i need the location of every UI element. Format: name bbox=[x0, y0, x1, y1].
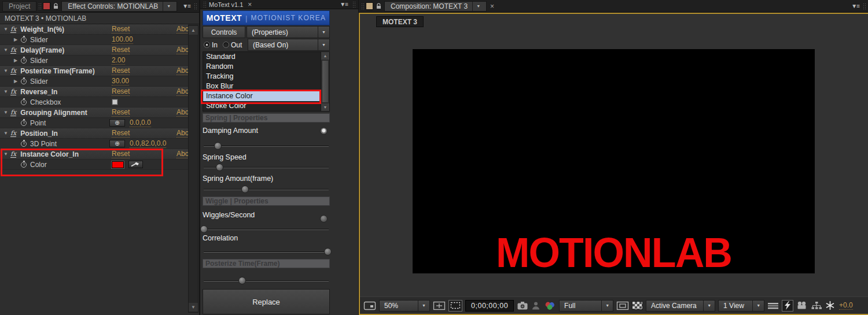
about-link[interactable]: Abo bbox=[176, 129, 189, 138]
comp-canvas[interactable]: MOTIONLAB bbox=[413, 49, 815, 273]
lock-icon[interactable] bbox=[375, 2, 382, 10]
magnification-dropdown[interactable]: 50% ▼ bbox=[379, 300, 430, 312]
wiggles-slider[interactable] bbox=[203, 225, 330, 234]
chevron-down-icon[interactable]: ▼ bbox=[472, 2, 480, 11]
reset-link[interactable]: Reset bbox=[112, 46, 130, 54]
twirl-open-icon[interactable]: ▼ bbox=[3, 68, 10, 73]
slider-thumb[interactable] bbox=[238, 277, 246, 284]
timeline-icon[interactable] bbox=[796, 300, 808, 312]
stopwatch-icon[interactable] bbox=[21, 37, 27, 43]
twirl-open-icon[interactable]: ▼ bbox=[3, 110, 10, 115]
twirl-closed-icon[interactable]: ▶ bbox=[14, 37, 21, 42]
about-link[interactable]: Abo bbox=[176, 150, 189, 158]
reset-link[interactable]: Reset bbox=[112, 129, 130, 138]
list-item[interactable]: Tracking bbox=[203, 72, 321, 81]
fx-icon[interactable]: fx bbox=[10, 130, 16, 137]
twirl-closed-icon[interactable]: ▶ bbox=[14, 58, 21, 63]
tab-composition[interactable]: Composition: MOTEXT 3 ▼ bbox=[384, 1, 487, 12]
resolution-dropdown[interactable]: Full ▼ bbox=[559, 300, 613, 312]
slider-thumb[interactable] bbox=[200, 225, 208, 233]
exposure-value[interactable]: +0.0 bbox=[839, 302, 853, 310]
slider-track[interactable] bbox=[204, 280, 329, 281]
panel-menu-icon[interactable]: ▼≡ bbox=[181, 3, 192, 9]
posterize-slider[interactable] bbox=[203, 277, 330, 285]
fx-icon[interactable]: fx bbox=[10, 109, 16, 116]
slider-thumb[interactable] bbox=[324, 248, 332, 255]
property-value[interactable]: 0.0,82.0,0.0 bbox=[130, 140, 166, 148]
about-link[interactable]: Abo bbox=[176, 46, 189, 54]
about-link[interactable]: Abo bbox=[176, 88, 189, 96]
about-link[interactable]: Abo bbox=[176, 109, 189, 117]
flowchart-icon[interactable] bbox=[811, 300, 822, 312]
fx-icon[interactable]: fx bbox=[10, 68, 16, 75]
point-target-button[interactable]: ⊕ bbox=[109, 119, 125, 127]
show-channels-icon[interactable] bbox=[543, 300, 556, 312]
list-scrollbar[interactable]: ▲ ▼ bbox=[321, 52, 329, 111]
slider-thumb[interactable] bbox=[216, 164, 223, 171]
radio-in[interactable] bbox=[204, 42, 210, 48]
properties-dropdown[interactable]: (Properties) ▼ bbox=[247, 26, 330, 38]
slider-track[interactable] bbox=[204, 251, 329, 253]
slider-track[interactable] bbox=[204, 229, 329, 230]
stopwatch-icon[interactable] bbox=[21, 79, 27, 84]
timecode-display[interactable]: 0;00;00;00 bbox=[465, 300, 514, 312]
property-value[interactable]: 2.00 bbox=[112, 57, 125, 65]
fx-icon[interactable]: fx bbox=[10, 26, 16, 33]
spring-amount-slider[interactable] bbox=[203, 186, 330, 194]
chevron-down-icon[interactable]: ▼ bbox=[418, 301, 429, 311]
correlation-slider[interactable] bbox=[203, 248, 330, 256]
grid-guides-icon[interactable] bbox=[363, 300, 376, 312]
panel-grip[interactable] bbox=[361, 3, 364, 10]
stopwatch-icon[interactable] bbox=[21, 120, 27, 126]
property-value[interactable]: 0.0,0.0 bbox=[130, 119, 151, 127]
scroll-down-icon[interactable]: ▼ bbox=[321, 103, 329, 111]
controls-button[interactable]: Controls bbox=[203, 26, 245, 38]
slider-thumb[interactable] bbox=[214, 142, 222, 150]
wiggles-knob[interactable] bbox=[320, 215, 328, 223]
reset-link[interactable]: Reset bbox=[112, 88, 130, 96]
chevron-down-icon[interactable]: ▼ bbox=[601, 301, 613, 311]
slider-track[interactable] bbox=[204, 189, 329, 190]
panel-menu-icon[interactable]: ▼≡ bbox=[338, 1, 350, 8]
reset-link[interactable]: Reset bbox=[112, 25, 130, 34]
spring-speed-slider[interactable] bbox=[203, 164, 330, 172]
scroll-down-icon[interactable]: ▼ bbox=[189, 303, 198, 312]
twirl-open-icon[interactable]: ▼ bbox=[3, 89, 10, 94]
scrollbar-vertical[interactable]: ▲ ▼ bbox=[188, 25, 198, 313]
about-link[interactable]: Abo bbox=[176, 25, 189, 34]
snapshot-camera-icon[interactable] bbox=[517, 300, 528, 312]
reset-exposure-icon[interactable] bbox=[825, 300, 835, 312]
target-region-icon[interactable] bbox=[616, 300, 629, 312]
comp-breadcrumb-button[interactable]: MOTEXT 3 bbox=[376, 16, 424, 27]
close-icon[interactable]: × bbox=[246, 1, 253, 9]
scroll-up-icon[interactable]: ▲ bbox=[189, 26, 198, 35]
transparency-grid-icon[interactable] bbox=[632, 300, 643, 312]
damping-knob[interactable] bbox=[320, 127, 328, 135]
panel-grip[interactable] bbox=[352, 1, 355, 8]
based-on-dropdown[interactable]: (Based On) ▼ bbox=[248, 39, 330, 51]
twirl-open-icon[interactable]: ▼ bbox=[3, 27, 10, 32]
list-item[interactable]: Standard bbox=[203, 52, 321, 62]
show-snapshot-icon[interactable] bbox=[531, 300, 540, 312]
scroll-up-icon[interactable]: ▲ bbox=[321, 52, 329, 60]
property-value[interactable]: 100.00 bbox=[112, 36, 133, 44]
checkbox[interactable] bbox=[112, 99, 118, 105]
close-icon[interactable]: × bbox=[488, 2, 496, 10]
stopwatch-icon[interactable] bbox=[21, 58, 27, 64]
about-link[interactable]: Abo bbox=[176, 67, 189, 75]
region-of-interest-icon[interactable] bbox=[448, 300, 462, 312]
chevron-down-icon[interactable]: ▼ bbox=[703, 301, 715, 311]
point-target-button[interactable]: ⊕ bbox=[109, 140, 125, 147]
chevron-down-icon[interactable]: ▼ bbox=[163, 2, 171, 11]
view-layout-dropdown[interactable]: 1 View ▼ bbox=[718, 300, 764, 312]
panel-grip[interactable] bbox=[863, 3, 866, 10]
scrollbar-thumb[interactable] bbox=[322, 60, 329, 103]
safe-margins-icon[interactable] bbox=[433, 300, 446, 312]
twirl-closed-icon[interactable]: ▶ bbox=[14, 79, 21, 84]
chevron-down-icon[interactable]: ▼ bbox=[752, 301, 764, 311]
damping-slider[interactable] bbox=[203, 142, 330, 150]
replace-button[interactable]: Replace bbox=[203, 289, 330, 314]
fast-previews-icon[interactable] bbox=[782, 300, 793, 312]
slider-thumb[interactable] bbox=[241, 186, 249, 193]
twirl-open-icon[interactable]: ▼ bbox=[3, 131, 10, 136]
